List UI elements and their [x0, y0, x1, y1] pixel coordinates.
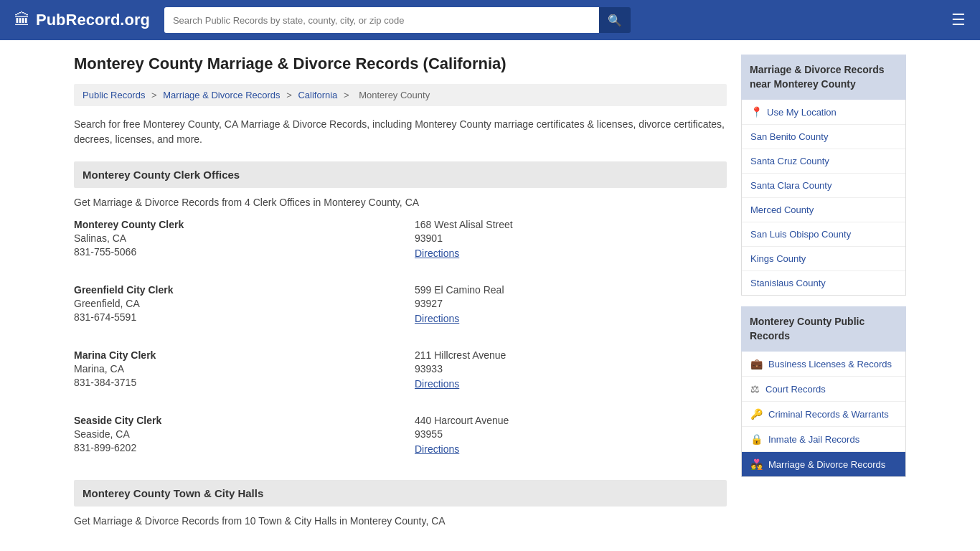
- county-link-4[interactable]: Merced County: [750, 204, 814, 215]
- public-record-inmate[interactable]: 🔒 Inmate & Jail Records: [742, 427, 905, 452]
- use-location-link[interactable]: Use My Location: [767, 107, 837, 118]
- office-directions-1[interactable]: Directions: [415, 248, 459, 259]
- marriage-link[interactable]: Marriage & Divorce Records: [768, 459, 885, 470]
- main-container: Monterey County Marriage & Divorce Recor…: [60, 40, 920, 551]
- inmate-link[interactable]: Inmate & Jail Records: [768, 434, 859, 445]
- office-left-1: Monterey County Clerk Salinas, CA 831-75…: [74, 219, 386, 259]
- county-link-2[interactable]: Santa Cruz County: [750, 156, 829, 166]
- public-record-business[interactable]: 💼 Business Licenses & Records: [742, 352, 905, 377]
- office-entry-2: Greenfield City Clerk Greenfield, CA 831…: [74, 284, 727, 335]
- office-city-3: Marina, CA: [74, 363, 386, 375]
- office-right-2: 599 El Camino Real 93927 Directions: [386, 284, 727, 324]
- hamburger-icon: ☰: [951, 11, 966, 29]
- office-name-2: Greenfield City Clerk: [74, 284, 386, 296]
- logo-icon: 🏛: [14, 11, 30, 29]
- nearby-county-7[interactable]: Stanislaus County: [742, 271, 905, 295]
- office-name-3: Marina City Clerk: [74, 349, 386, 361]
- office-zip-2: 93927: [415, 298, 727, 309]
- office-entry-3: Marina City Clerk Marina, CA 831-384-371…: [74, 349, 727, 400]
- logo[interactable]: 🏛 PubRecord.org: [14, 11, 150, 29]
- business-link[interactable]: Business Licenses & Records: [768, 359, 892, 369]
- content-area: Monterey County Marriage & Divorce Recor…: [74, 55, 727, 537]
- search-button[interactable]: 🔍: [599, 7, 631, 33]
- breadcrumb: Public Records > Marriage & Divorce Reco…: [74, 84, 727, 106]
- breadcrumb-sep-1: >: [151, 90, 159, 100]
- office-phone-1: 831-755-5066: [74, 246, 386, 258]
- office-right-4: 440 Harcourt Avenue 93955 Directions: [386, 415, 727, 455]
- office-left-4: Seaside City Clerk Seaside, CA 831-899-6…: [74, 415, 386, 455]
- sidebar: Marriage & Divorce Records near Monterey…: [741, 55, 906, 537]
- office-directions-2[interactable]: Directions: [415, 313, 459, 324]
- clerk-offices-desc: Get Marriage & Divorce Records from 4 Cl…: [74, 197, 727, 208]
- clerk-offices-header: Monterey County Clerk Offices: [74, 161, 727, 188]
- breadcrumb-marriage-records[interactable]: Marriage & Divorce Records: [163, 90, 280, 100]
- inmate-icon: 🔒: [750, 433, 763, 445]
- office-city-4: Seaside, CA: [74, 428, 386, 440]
- public-record-criminal[interactable]: 🔑 Criminal Records & Warrants: [742, 402, 905, 427]
- site-header: 🏛 PubRecord.org 🔍 ☰: [0, 0, 980, 40]
- breadcrumb-sep-2: >: [286, 90, 294, 100]
- criminal-link[interactable]: Criminal Records & Warrants: [768, 409, 889, 420]
- location-pin-icon: 📍: [750, 106, 763, 118]
- office-zip-1: 93901: [415, 232, 727, 244]
- county-link-1[interactable]: San Benito County: [750, 131, 828, 142]
- nearby-counties-list: 📍 Use My Location San Benito County Sant…: [741, 100, 906, 296]
- use-location-item[interactable]: 📍 Use My Location: [742, 100, 905, 125]
- office-directions-4[interactable]: Directions: [415, 443, 459, 455]
- office-zip-3: 93933: [415, 363, 727, 375]
- office-left-3: Marina City Clerk Marina, CA 831-384-371…: [74, 349, 386, 390]
- town-halls-header: Monterey County Town & City Halls: [74, 480, 727, 507]
- office-address-4: 440 Harcourt Avenue: [415, 415, 727, 426]
- office-phone-2: 831-674-5591: [74, 311, 386, 323]
- office-address-2: 599 El Camino Real: [415, 284, 727, 296]
- nearby-county-1[interactable]: San Benito County: [742, 125, 905, 149]
- office-right-1: 168 West Alisal Street 93901 Directions: [386, 219, 727, 259]
- breadcrumb-sep-3: >: [344, 90, 352, 100]
- office-entry-4: Seaside City Clerk Seaside, CA 831-899-6…: [74, 415, 727, 466]
- public-record-court[interactable]: ⚖ Court Records: [742, 377, 905, 402]
- nearby-county-2[interactable]: Santa Cruz County: [742, 149, 905, 174]
- office-name-1: Monterey County Clerk: [74, 219, 386, 230]
- court-link[interactable]: Court Records: [765, 384, 826, 395]
- breadcrumb-california[interactable]: California: [298, 90, 337, 100]
- search-area: 🔍: [164, 7, 631, 33]
- county-link-7[interactable]: Stanislaus County: [750, 278, 826, 288]
- county-link-3[interactable]: Santa Clara County: [750, 180, 831, 191]
- page-description: Search for free Monterey County, CA Marr…: [74, 117, 727, 147]
- office-phone-4: 831-899-6202: [74, 442, 386, 453]
- county-link-6[interactable]: Kings County: [750, 253, 806, 264]
- office-zip-4: 93955: [415, 428, 727, 440]
- public-records-section-title: Monterey County Public Records: [741, 306, 906, 352]
- office-left-2: Greenfield City Clerk Greenfield, CA 831…: [74, 284, 386, 324]
- nearby-county-6[interactable]: Kings County: [742, 247, 905, 271]
- breadcrumb-public-records[interactable]: Public Records: [83, 90, 145, 100]
- page-title: Monterey County Marriage & Divorce Recor…: [74, 55, 727, 73]
- menu-button[interactable]: ☰: [951, 11, 966, 29]
- office-right-3: 211 Hillcrest Avenue 93933 Directions: [386, 349, 727, 390]
- court-icon: ⚖: [750, 383, 760, 395]
- office-phone-3: 831-384-3715: [74, 377, 386, 388]
- town-halls-desc: Get Marriage & Divorce Records from 10 T…: [74, 515, 727, 527]
- office-city-2: Greenfield, CA: [74, 298, 386, 309]
- office-address-1: 168 West Alisal Street: [415, 219, 727, 230]
- office-city-1: Salinas, CA: [74, 232, 386, 244]
- breadcrumb-current: Monterey County: [359, 90, 430, 100]
- criminal-icon: 🔑: [750, 408, 763, 420]
- county-link-5[interactable]: San Luis Obispo County: [750, 229, 851, 240]
- office-entry-1: Monterey County Clerk Salinas, CA 831-75…: [74, 219, 727, 270]
- nearby-county-3[interactable]: Santa Clara County: [742, 174, 905, 198]
- logo-text: PubRecord.org: [36, 11, 150, 29]
- search-input[interactable]: [164, 7, 599, 33]
- public-records-list: 💼 Business Licenses & Records ⚖ Court Re…: [741, 352, 906, 477]
- nearby-county-4[interactable]: Merced County: [742, 198, 905, 222]
- office-address-3: 211 Hillcrest Avenue: [415, 349, 727, 361]
- marriage-icon: 💑: [750, 458, 763, 470]
- office-name-4: Seaside City Clerk: [74, 415, 386, 426]
- nearby-county-5[interactable]: San Luis Obispo County: [742, 222, 905, 247]
- search-icon: 🔍: [608, 14, 622, 27]
- nearby-section-title: Marriage & Divorce Records near Monterey…: [741, 55, 906, 100]
- business-icon: 💼: [750, 358, 763, 369]
- office-directions-3[interactable]: Directions: [415, 378, 459, 390]
- public-record-marriage[interactable]: 💑 Marriage & Divorce Records: [742, 452, 905, 476]
